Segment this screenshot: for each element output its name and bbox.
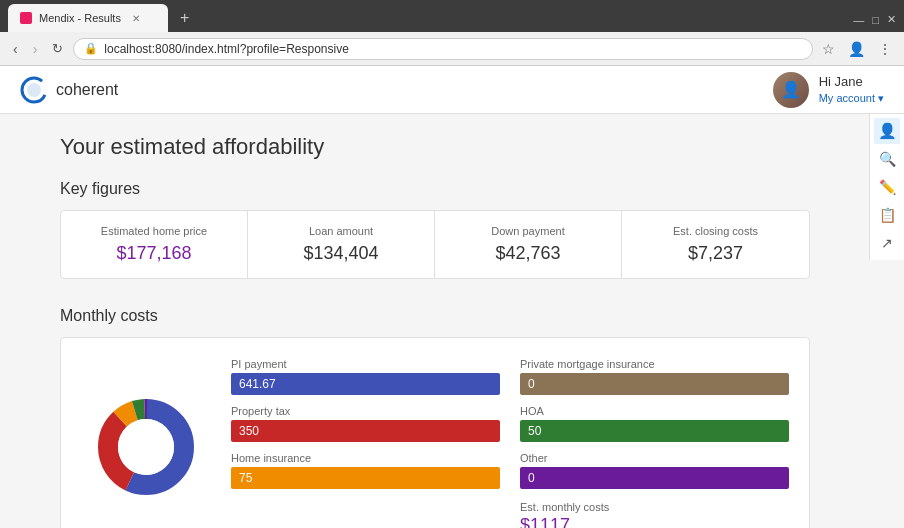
loan-value: $134,404: [264, 243, 418, 264]
loan-label: Loan amount: [264, 225, 418, 237]
sidebar-search-icon[interactable]: 🔍: [874, 146, 900, 172]
closing-costs-label: Est. closing costs: [638, 225, 793, 237]
sidebar-edit-icon[interactable]: ✏️: [874, 174, 900, 200]
svg-point-7: [118, 419, 174, 475]
home-insurance-label: Home insurance: [231, 452, 500, 464]
window-minimize[interactable]: —: [853, 14, 864, 26]
svg-point-1: [27, 83, 41, 97]
cost-property-tax: Property tax 350: [231, 405, 500, 442]
key-figures-grid: Estimated home price $177,168 Loan amoun…: [60, 210, 810, 279]
other-bar: 0: [520, 467, 789, 489]
closing-costs-value: $7,237: [638, 243, 793, 264]
cost-pmi: Private mortgage insurance 0: [520, 358, 789, 395]
logo-icon: [20, 76, 48, 104]
bookmark-icon[interactable]: ☆: [818, 39, 839, 59]
cost-home-insurance: Home insurance 75: [231, 452, 500, 489]
key-figure-loan: Loan amount $134,404: [248, 211, 435, 278]
nav-refresh[interactable]: ↻: [47, 39, 68, 58]
browser-tab[interactable]: Mendix - Results ✕: [8, 4, 168, 32]
home-insurance-bar: 75: [231, 467, 500, 489]
home-price-value: $177,168: [77, 243, 231, 264]
user-area: 👤 Hi Jane My account ▾: [773, 72, 884, 108]
home-price-label: Estimated home price: [77, 225, 231, 237]
pmi-bar: 0: [520, 373, 789, 395]
cost-pi-payment: PI payment 641.67: [231, 358, 500, 395]
logo-area: coherent: [20, 76, 118, 104]
main-content: Your estimated affordability Key figures…: [0, 114, 870, 528]
pi-payment-bar: 641.67: [231, 373, 500, 395]
user-info: Hi Jane My account ▾: [819, 74, 884, 105]
monthly-costs-title: Monthly costs: [60, 307, 810, 325]
est-monthly-costs: Est. monthly costs $1117: [520, 501, 789, 528]
sidebar-clipboard-icon[interactable]: 📋: [874, 202, 900, 228]
user-account-link[interactable]: My account ▾: [819, 91, 884, 105]
hoa-bar: 50: [520, 420, 789, 442]
key-figure-down-payment: Down payment $42,763: [435, 211, 622, 278]
key-figure-closing-costs: Est. closing costs $7,237: [622, 211, 809, 278]
avatar: 👤: [773, 72, 809, 108]
cost-bars-grid: PI payment 641.67 Private mortgage insur…: [231, 358, 789, 528]
new-tab-button[interactable]: +: [174, 7, 195, 29]
nav-back[interactable]: ‹: [8, 39, 23, 59]
window-maximize[interactable]: □: [872, 14, 879, 26]
logo-text: coherent: [56, 81, 118, 99]
right-sidebar: 👤 🔍 ✏️ 📋 ↗: [869, 114, 904, 260]
address-bar[interactable]: 🔒 localhost:8080/index.html?profile=Resp…: [73, 38, 813, 60]
down-payment-label: Down payment: [451, 225, 605, 237]
est-monthly-spacer: [231, 499, 500, 528]
donut-chart: [81, 358, 211, 528]
sidebar-person-icon[interactable]: 👤: [874, 118, 900, 144]
profile-icon[interactable]: 👤: [844, 39, 869, 59]
pmi-label: Private mortgage insurance: [520, 358, 789, 370]
page-title: Your estimated affordability: [60, 134, 810, 160]
property-tax-label: Property tax: [231, 405, 500, 417]
est-monthly-value: $1117: [520, 515, 789, 528]
property-tax-bar: 350: [231, 420, 500, 442]
nav-forward[interactable]: ›: [28, 39, 43, 59]
window-close[interactable]: ✕: [887, 13, 896, 26]
pi-payment-label: PI payment: [231, 358, 500, 370]
cost-other: Other 0: [520, 452, 789, 489]
sidebar-share-icon[interactable]: ↗: [874, 230, 900, 256]
key-figure-home-price: Estimated home price $177,168: [61, 211, 248, 278]
address-text: localhost:8080/index.html?profile=Respon…: [104, 42, 348, 56]
browser-tab-label: Mendix - Results: [39, 12, 121, 24]
monthly-costs-body: PI payment 641.67 Private mortgage insur…: [60, 337, 810, 528]
down-payment-value: $42,763: [451, 243, 605, 264]
est-monthly-label: Est. monthly costs: [520, 501, 789, 513]
lock-icon: 🔒: [84, 42, 98, 55]
tab-close-icon[interactable]: ✕: [132, 13, 140, 24]
app-header: coherent 👤 Hi Jane My account ▾: [0, 66, 904, 114]
hoa-label: HOA: [520, 405, 789, 417]
cost-hoa: HOA 50: [520, 405, 789, 442]
key-figures-title: Key figures: [60, 180, 810, 198]
other-label: Other: [520, 452, 789, 464]
extensions-icon[interactable]: ⋮: [874, 39, 896, 59]
user-greeting: Hi Jane: [819, 74, 884, 91]
